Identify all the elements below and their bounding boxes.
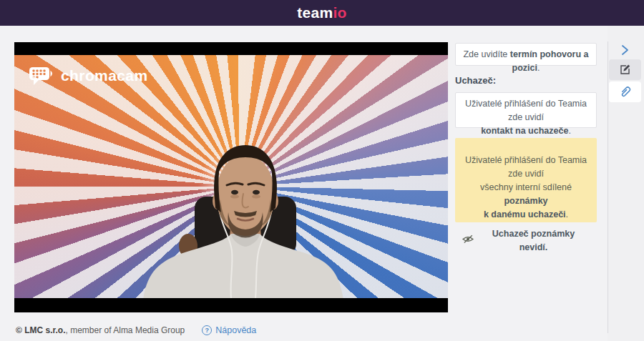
chromacam-icon [29,66,54,85]
video-content: chromacam [14,55,448,298]
chromacam-label: chromacam [61,67,148,84]
notes-info-line3: k danému uchazeči [484,209,566,219]
toolbar-divider [608,41,608,333]
shared-notes-box: Uživatelé přihlášení do Teamia zde uvidí… [455,138,597,222]
app-header: teamio [0,0,644,26]
interview-info-bold: termín pohovoru a pozici [510,49,589,73]
notes-privacy-text: Uchazeč poznámky nevidí. [477,227,590,254]
logo-io: io [333,4,346,21]
teamio-logo: teamio [297,4,347,21]
notes-privacy-line: Uchazeč poznámky nevidí. [462,227,590,254]
attachments-tab-button[interactable] [609,81,641,102]
chevron-right-icon [620,44,630,56]
collapse-panel-button[interactable] [614,41,635,59]
help-label: Nápověda [215,325,256,335]
help-link[interactable]: ? Nápověda [202,325,256,335]
copyright-company: © LMC s.r.o. [16,325,66,335]
candidate-label: Uchazeč: [455,75,597,86]
contact-info-text: Uživatelé přihlášení do Teamia zde uvidí [465,99,587,122]
footer: © LMC s.r.o., member of Alma Media Group… [16,323,631,337]
interview-info-box: Zde uvidíte termín pohovoru a pozici. [455,43,597,66]
copyright-text: © LMC s.r.o., member of Alma Media Group [16,325,185,335]
candidate-person [14,55,448,298]
candidate-contact-box: Uživatelé přihlášení do Teamia zde uvidí… [455,92,597,128]
paperclip-icon [619,86,631,98]
info-sidebar: Zde uvidíte termín pohovoru a pozici. Uc… [455,43,597,222]
right-toolbar [608,26,644,341]
candidate-video-feed: chromacam [14,42,448,312]
chromacam-watermark: chromacam [29,66,148,85]
contact-info-bold: kontakt na uchazeče [481,126,568,136]
notes-tab-button[interactable] [609,59,641,80]
notes-info-line1: Uživatelé přihlášení do Teamia zde uvidí [465,155,587,179]
copyright-rest: , member of Alma Media Group [66,325,185,335]
notes-info-line2: všechny interní sdílené [480,182,572,192]
note-edit-icon [619,64,631,76]
help-question-icon: ? [202,325,212,335]
eye-off-icon [462,234,474,248]
logo-team: team [297,4,333,21]
interview-info-text: Zde uvidíte [463,49,509,59]
